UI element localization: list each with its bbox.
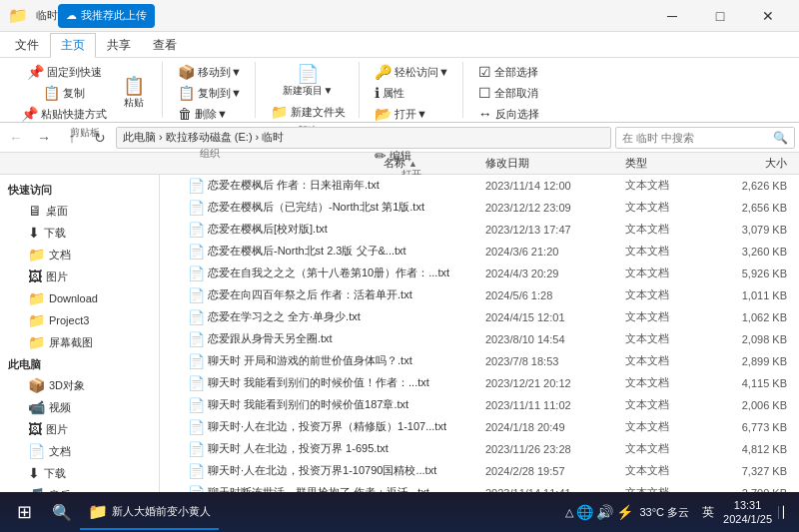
table-row[interactable]: 📄 聊天时 我能看到别们的时候价值187章.txt 2023/11/11 11:… bbox=[160, 394, 799, 416]
upload-icon: ☁ bbox=[66, 9, 77, 22]
sidebar-pc-item-4[interactable]: ⬇下载 bbox=[0, 462, 159, 484]
file-name: 聊天时 我能看到别们的时候价值187章.txt bbox=[208, 397, 485, 412]
col-type-header[interactable]: 类型 bbox=[625, 156, 705, 171]
folder-icon: 📁 bbox=[8, 6, 28, 25]
file-icon: 📄 bbox=[188, 353, 208, 369]
pc-item-icon: 📦 bbox=[28, 377, 45, 393]
network-status-icon[interactable]: 🌐 bbox=[576, 504, 593, 520]
file-icon: 📄 bbox=[188, 287, 208, 303]
file-type: 文本文档 bbox=[625, 309, 705, 324]
sidebar-pc-item-0[interactable]: 📦3D对象 bbox=[0, 374, 159, 396]
open-button[interactable]: 📂打开▼ bbox=[370, 104, 454, 124]
paste-btn[interactable]: 📌粘贴快捷方式 bbox=[16, 104, 112, 124]
sys-expand-icon[interactable]: △ bbox=[565, 506, 573, 519]
select-none-button[interactable]: ☐全部取消 bbox=[473, 83, 544, 103]
refresh-button[interactable]: ↻ bbox=[88, 126, 112, 150]
close-button[interactable]: ✕ bbox=[745, 2, 791, 30]
quick-access-label: 快速访问 bbox=[0, 179, 159, 200]
breadcrumb[interactable]: 此电脑 › 欧拉移动磁盘 (E:) › 临时 bbox=[116, 127, 611, 149]
col-name-header[interactable]: 名称 ▲ bbox=[184, 156, 485, 171]
new-folder-button[interactable]: 📁新建文件夹 bbox=[266, 102, 351, 122]
file-size: 2,656 KB bbox=[705, 202, 795, 214]
pc-item-icon: ⬇ bbox=[28, 465, 40, 481]
select-all-button[interactable]: ☑全部选择 bbox=[473, 62, 544, 82]
table-row[interactable]: 📄 恋爱跟从身骨天另全圈.txt 2023/8/10 14:54 文本文档 2,… bbox=[160, 328, 799, 350]
delete-button[interactable]: 🗑删除▼ bbox=[173, 104, 247, 124]
show-desktop-button[interactable]: ▏ bbox=[778, 506, 791, 519]
sidebar-pc-item-1[interactable]: 📹视频 bbox=[0, 396, 159, 418]
table-row[interactable]: 📄 恋爱在学习之之 全方·单身少.txt 2024/4/15 12:01 文本文… bbox=[160, 306, 799, 328]
table-row[interactable]: 📄 聊天时·人在北边，投资万界（精修版）1-107...txt 2024/1/1… bbox=[160, 416, 799, 438]
taskbar-time[interactable]: 13:31 2024/1/25 bbox=[723, 498, 772, 527]
sidebar-item-桌面[interactable]: 🖥桌面 bbox=[0, 200, 159, 222]
file-size: 4,115 KB bbox=[705, 377, 795, 389]
new-item-button[interactable]: 📄 新建项目▼ bbox=[278, 62, 338, 101]
sidebar-pc-item-2[interactable]: 🖼图片 bbox=[0, 418, 159, 440]
file-type: 文本文档 bbox=[625, 397, 705, 412]
table-row[interactable]: 📄 恋爱在樱枫后（已完结）-North北st 第1版.txt 2023/12/1… bbox=[160, 197, 799, 219]
col-date-header[interactable]: 修改日期 bbox=[485, 156, 625, 171]
sidebar-item-Download[interactable]: 📁Download bbox=[0, 287, 159, 309]
file-type: 文本文档 bbox=[625, 331, 705, 346]
tab-share[interactable]: 共享 bbox=[96, 33, 142, 57]
file-size: 7,327 KB bbox=[705, 465, 795, 477]
file-icon: 📄 bbox=[188, 200, 208, 216]
sidebar-item-Project3[interactable]: 📁Project3 bbox=[0, 309, 159, 331]
table-row[interactable]: 📄 恋爱在樱枫后[校对版].txt 2023/12/13 17:47 文本文档 … bbox=[160, 219, 799, 241]
table-row[interactable]: 📄 恋爱在向四百年祭之后 作者：活着单开.txt 2024/5/6 1:28 文… bbox=[160, 284, 799, 306]
table-row[interactable]: 📄 恋爱在自我之之之（第十八卷第10册）作者：...txt 2024/4/3 2… bbox=[160, 263, 799, 284]
file-size: 2,098 KB bbox=[705, 333, 795, 345]
file-icon: 📄 bbox=[188, 463, 208, 479]
file-date: 2024/3/6 21:20 bbox=[485, 246, 625, 258]
move-to-button[interactable]: 📦移动到▼ bbox=[173, 62, 247, 82]
table-row[interactable]: 📄 恋爱在樱枫后 作者：日来祖南年.txt 2023/11/14 12:00 文… bbox=[160, 175, 799, 197]
tab-view[interactable]: 查看 bbox=[142, 33, 188, 57]
forward-button[interactable]: → bbox=[32, 126, 56, 150]
search-input[interactable] bbox=[622, 132, 773, 144]
search-icon: 🔍 bbox=[773, 131, 788, 145]
file-icon: 📄 bbox=[188, 244, 208, 260]
invert-select-button[interactable]: ↔反向选择 bbox=[473, 104, 544, 124]
sidebar-item-屏幕截图[interactable]: 📁屏幕截图 bbox=[0, 331, 159, 353]
sidebar-item-文档[interactable]: 📁文档 bbox=[0, 244, 159, 266]
file-icon: 📄 bbox=[188, 441, 208, 457]
file-name: 聊天时·人在北边，投资万界（精修版）1-107...txt bbox=[208, 419, 485, 434]
col-size-header[interactable]: 大小 bbox=[705, 156, 795, 171]
maximize-button[interactable]: □ bbox=[697, 2, 743, 30]
minimize-button[interactable]: ─ bbox=[649, 2, 695, 30]
upload-button[interactable]: ☁ 我推荐此上传 bbox=[58, 4, 155, 28]
ribbon-group-organize: 📦移动到▼ 📋复制到▼ 🗑删除▼ ✏重命名 组织 bbox=[165, 62, 256, 118]
sort-arrow-icon: ▲ bbox=[408, 159, 417, 169]
table-row[interactable]: 📄 聊天时 我能看到别们的时候价值！作者：...txt 2023/12/21 2… bbox=[160, 372, 799, 394]
taskbar-explorer-app[interactable]: 📁 新人大婚前变小黄人 bbox=[80, 494, 219, 530]
sidebar-item-图片[interactable]: 🖼图片 bbox=[0, 266, 159, 287]
paste-large-button[interactable]: 📋 粘贴 bbox=[114, 74, 154, 113]
table-row[interactable]: 📄 恋爱在樱枫后-North北st 2.3版 父子&...txt 2024/3/… bbox=[160, 241, 799, 263]
lang-indicator[interactable]: 英 bbox=[699, 504, 717, 521]
file-date: 2023/12/21 20:12 bbox=[485, 377, 625, 389]
tab-home[interactable]: 主页 bbox=[50, 33, 96, 58]
file-date: 2023/8/10 14:54 bbox=[485, 333, 625, 345]
fix-to-quick-button[interactable]: 📌固定到快速 bbox=[22, 62, 107, 82]
easy-access-button[interactable]: 🔑轻松访问▼ bbox=[370, 62, 454, 82]
start-button[interactable]: ⊞ bbox=[4, 494, 44, 530]
file-size: 4,812 KB bbox=[705, 443, 795, 455]
copy-to-button[interactable]: 📋复制到▼ bbox=[173, 83, 247, 103]
table-row[interactable]: 📄 聊天时·人在北边，投资万界1-10790国精校...txt 2024/2/2… bbox=[160, 460, 799, 482]
tab-file[interactable]: 文件 bbox=[4, 33, 50, 57]
sidebar-pc-item-3[interactable]: 📄文档 bbox=[0, 440, 159, 462]
battery-icon[interactable]: ⚡ bbox=[616, 504, 633, 520]
copy-button[interactable]: 📋复制 bbox=[38, 83, 90, 103]
table-row[interactable]: 📄 聊天时 开局和游戏的前世价值身体吗？.txt 2023/7/8 18:53 … bbox=[160, 350, 799, 372]
table-row[interactable]: 📄 聊天时 人在北边，投资万界 1-695.txt 2023/11/26 23:… bbox=[160, 438, 799, 460]
up-button[interactable]: ↑ bbox=[60, 126, 84, 150]
taskbar-search[interactable]: 🔍 bbox=[46, 496, 78, 528]
select-items: ☑全部选择 ☐全部取消 ↔反向选择 bbox=[473, 62, 544, 124]
properties-button[interactable]: ℹ属性 bbox=[370, 83, 454, 103]
volume-icon[interactable]: 🔊 bbox=[596, 504, 613, 520]
ribbon: 文件 主页 共享 查看 📌固定到快速 📋复制 📌粘贴快捷方式 📋 粘贴 剪贴板 bbox=[0, 32, 799, 123]
weather-status: 33°C 多云 bbox=[639, 505, 689, 520]
sidebar-item-下载[interactable]: ⬇下载 bbox=[0, 222, 159, 244]
pc-item-icon: 📹 bbox=[28, 399, 45, 415]
back-button[interactable]: ← bbox=[4, 126, 28, 150]
